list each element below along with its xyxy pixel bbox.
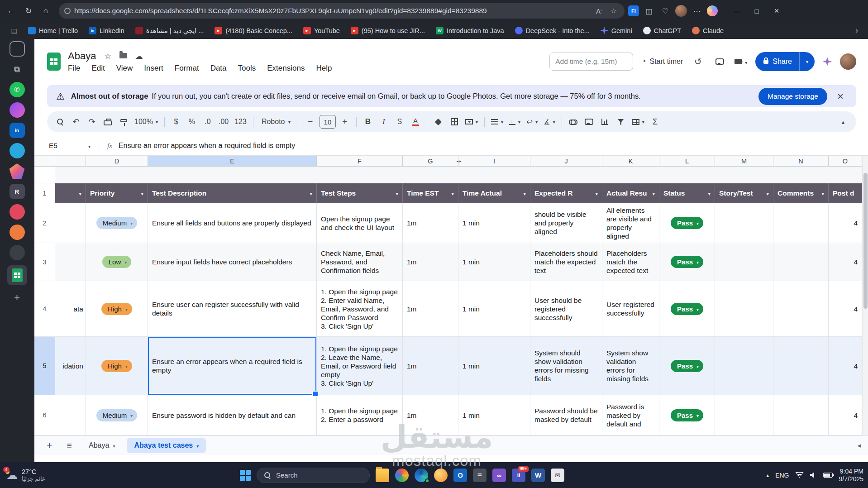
strikethrough-button[interactable]: S	[393, 115, 406, 129]
hidden-column-indicator[interactable]	[453, 156, 465, 167]
header-story[interactable]: Story/Test	[715, 183, 773, 203]
row-number[interactable]: 1	[34, 183, 55, 203]
menu-tools[interactable]: Tools	[238, 64, 256, 73]
filter-icon[interactable]	[523, 189, 526, 197]
tab-menu-icon[interactable]	[196, 441, 199, 450]
header-test-steps[interactable]: Test Steps	[317, 183, 403, 203]
bookmark-linkedin[interactable]: LinkedIn	[84, 25, 129, 36]
tabs-icon[interactable]	[10, 62, 25, 77]
cell-story[interactable]	[715, 337, 773, 395]
workspaces-icon[interactable]	[10, 41, 25, 57]
functions-icon[interactable]: Σ	[649, 115, 662, 129]
cell-status[interactable]: Pass	[659, 243, 715, 281]
status-chip[interactable]: Pass	[671, 256, 703, 268]
pinned-app-icon-4[interactable]	[10, 225, 25, 240]
cell-comments[interactable]	[773, 337, 829, 395]
header-status[interactable]: Status	[659, 183, 715, 203]
header-comments[interactable]: Comments	[773, 183, 829, 203]
borders-icon[interactable]	[451, 118, 458, 125]
cell-time-est[interactable]: 1m	[403, 337, 458, 395]
bookmark-basic-concepts[interactable]: (4180) Basic Concep...	[210, 25, 297, 36]
bookmark-chatgpt[interactable]: ChatGPT	[639, 25, 686, 36]
back-icon[interactable]	[5, 4, 18, 18]
bookmark-deepseek[interactable]: DeepSeek - Into the...	[510, 25, 594, 36]
add-sheet-icon[interactable]	[42, 438, 57, 453]
clock[interactable]: 9:04 PM 9/7/2025	[839, 468, 864, 483]
cell-priority[interactable]: Medium	[86, 395, 148, 435]
text-rotation-icon[interactable]	[542, 115, 557, 129]
filter-icon[interactable]	[396, 189, 398, 197]
cell-time-actual[interactable]: 1 min	[458, 203, 530, 243]
move-folder-icon[interactable]	[119, 53, 127, 58]
decrease-decimals-button[interactable]: .0	[201, 115, 215, 129]
weather-widget[interactable]: 4 27°C غائم جزئيًا	[0, 462, 51, 488]
share-button[interactable]: Share	[755, 52, 815, 71]
collapse-toolbar-icon[interactable]	[836, 115, 850, 129]
tray-expand-icon[interactable]	[766, 472, 769, 478]
bold-button[interactable]: B	[361, 115, 375, 129]
cell-priority[interactable]: High	[86, 281, 148, 337]
cell-steps[interactable]: Check Name, Email, Password, and Confirm…	[317, 243, 403, 281]
minimize-icon[interactable]	[727, 3, 747, 19]
fi-extension-badge[interactable]: FI	[628, 5, 639, 16]
menu-format[interactable]: Format	[175, 64, 199, 73]
priority-chip[interactable]: Medium	[96, 409, 137, 421]
start-button[interactable]	[240, 470, 251, 481]
bookmark-java[interactable]: Introduction to Java	[431, 25, 509, 36]
sheet-tab-abaya-test-cases[interactable]: Abaya test cases	[127, 438, 206, 453]
cell-steps[interactable]: 1. Open the signup page 2. Enter a passw…	[317, 395, 403, 435]
name-box[interactable]: E5	[44, 142, 95, 150]
maximize-icon[interactable]	[747, 3, 767, 19]
add-time-input[interactable]	[549, 53, 633, 71]
cell-expected[interactable]: Placeholders should match the expected t…	[530, 243, 602, 281]
cell-c2[interactable]	[55, 203, 86, 243]
visual-studio-icon[interactable]	[492, 469, 506, 482]
undo-icon[interactable]	[69, 115, 83, 129]
cell-expected[interactable]: Password should be masked by default	[530, 395, 602, 435]
comment-icon[interactable]	[715, 58, 724, 65]
pinned-app-icon-2[interactable]	[10, 184, 25, 199]
manage-storage-button[interactable]: Manage storage	[758, 88, 827, 105]
cell-post[interactable]: 4	[829, 395, 862, 435]
number-format-button[interactable]: 123	[233, 115, 248, 129]
pinned-app-icon-orange[interactable]	[434, 469, 448, 482]
cell-time-actual[interactable]: 1 min	[458, 337, 530, 395]
menu-data[interactable]: Data	[210, 64, 227, 73]
cell-post[interactable]: 4	[829, 337, 862, 395]
cell-actual[interactable]: User registered successfully	[602, 281, 659, 337]
font-select[interactable]: Roboto	[258, 115, 294, 129]
horizontal-align-icon[interactable]	[491, 119, 498, 124]
bookmark-gemini[interactable]: Gemini	[596, 25, 637, 36]
paint-format-icon[interactable]	[120, 119, 127, 122]
cell-priority[interactable]: Medium	[86, 203, 148, 243]
cell-actual[interactable]: Password is masked by default and	[602, 395, 659, 435]
calculator-icon[interactable]	[473, 469, 486, 482]
priority-chip[interactable]: Low	[102, 256, 132, 268]
insert-link-icon[interactable]	[569, 120, 577, 124]
text-wrap-icon[interactable]	[525, 115, 539, 129]
language-indicator[interactable]: ENG	[775, 472, 789, 479]
bookmark-youtube[interactable]: YouTube	[299, 25, 344, 36]
vertical-align-icon[interactable]	[509, 119, 515, 125]
tab-menu-icon[interactable]	[113, 441, 115, 450]
menu-view[interactable]: View	[116, 64, 133, 73]
filter-icon[interactable]	[310, 189, 312, 197]
cell-c5[interactable]: idation	[55, 337, 86, 395]
word-icon[interactable]	[531, 469, 545, 482]
increase-font-size-button[interactable]: +	[338, 115, 352, 129]
priority-chip[interactable]: Medium	[96, 217, 137, 229]
header-priority[interactable]: Priority	[86, 183, 148, 203]
add-sidebar-item-icon[interactable]	[10, 290, 25, 306]
filter-icon[interactable]	[708, 189, 711, 197]
status-chip[interactable]: Pass	[671, 360, 703, 372]
cell-steps[interactable]: 1. Open the signup page 2. Leave the Nam…	[317, 337, 403, 395]
whatsapp-icon[interactable]	[10, 82, 25, 97]
share-dropdown-icon[interactable]	[799, 52, 815, 71]
tab-scroll-icon[interactable]	[857, 441, 861, 450]
all-sheets-icon[interactable]	[62, 438, 77, 453]
edge-icon[interactable]	[415, 469, 428, 482]
column-header-j[interactable]: J	[530, 156, 602, 167]
teams-icon[interactable]: 99+	[512, 469, 525, 482]
cell-status[interactable]: Pass	[659, 281, 715, 337]
sheets-logo-icon[interactable]	[47, 53, 61, 71]
